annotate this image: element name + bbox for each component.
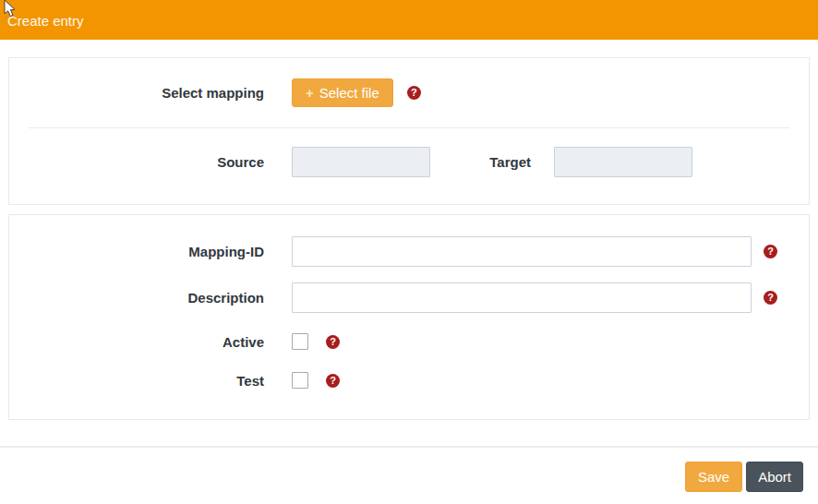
active-row: Active ? (9, 333, 809, 350)
help-icon[interactable]: ? (407, 86, 421, 100)
select-file-button[interactable]: + Select file (292, 78, 393, 107)
help-icon[interactable]: ? (326, 374, 340, 388)
select-mapping-row: Select mapping + Select file ? (9, 78, 809, 107)
test-checkbox[interactable] (292, 372, 308, 389)
target-input (554, 147, 692, 177)
footer-actions: Save Abort (685, 462, 803, 492)
description-input[interactable] (292, 282, 752, 313)
active-checkbox[interactable] (292, 333, 308, 350)
source-target-row: Source Target (9, 147, 809, 177)
source-label: Source (9, 154, 292, 170)
source-input (292, 147, 430, 177)
panel-divider (29, 127, 789, 128)
page-title: Create entry (7, 13, 84, 29)
plus-icon: + (306, 85, 314, 101)
mapping-id-input[interactable] (292, 236, 752, 267)
create-entry-page: Create entry Select mapping + Select fil… (0, 0, 818, 504)
target-label: Target (430, 154, 554, 170)
mapping-id-row: Mapping-ID ? (9, 236, 809, 267)
test-row: Test ? (9, 372, 809, 389)
help-icon[interactable]: ? (764, 245, 777, 258)
active-label: Active (9, 334, 292, 350)
abort-button[interactable]: Abort (746, 462, 803, 492)
select-mapping-label: Select mapping (9, 85, 292, 101)
help-icon[interactable]: ? (326, 335, 340, 349)
help-icon[interactable]: ? (764, 291, 777, 305)
description-row: Description ? (9, 282, 809, 313)
footer-divider (0, 446, 818, 448)
page-header: Create entry (0, 0, 818, 40)
mapping-id-label: Mapping-ID (9, 244, 292, 259)
select-mapping-panel: Select mapping + Select file ? Source Ta… (8, 57, 810, 205)
select-file-button-label: Select file (319, 85, 379, 101)
mouse-cursor-icon (4, 0, 18, 20)
test-label: Test (9, 373, 292, 389)
description-label: Description (9, 290, 292, 306)
save-button[interactable]: Save (685, 462, 742, 492)
mapping-details-panel: Mapping-ID ? Description ? Active ? Test… (8, 214, 810, 420)
